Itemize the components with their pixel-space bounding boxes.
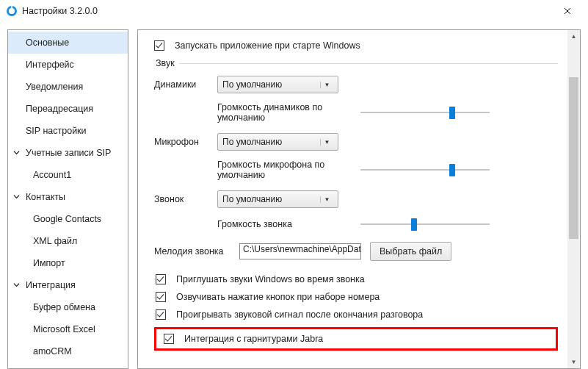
svg-point-1 — [9, 8, 15, 14]
tree-item-label: amoCRM — [29, 346, 72, 357]
chevron-down-icon[interactable] — [11, 149, 21, 157]
tree-item-label: Учетные записи SIP — [21, 148, 111, 158]
tree-item[interactable]: Учетные записи SIP — [8, 142, 128, 164]
tree-item[interactable]: Импорт — [8, 252, 128, 274]
speakers-label: Динамики — [154, 79, 213, 90]
app-icon — [6, 5, 18, 17]
end-call-checkbox[interactable] — [156, 309, 166, 320]
tree-item-label: Microsoft Excel — [29, 324, 95, 334]
tree-item[interactable]: Интеграция — [8, 274, 128, 296]
tree-item[interactable]: XML файл — [8, 230, 128, 252]
settings-tree[interactable]: ОсновныеИнтерфейсУведомленияПереадресаци… — [7, 29, 128, 369]
autostart-label: Запускать приложение при старте Windows — [175, 40, 360, 51]
close-button[interactable] — [553, 0, 582, 22]
tree-item-label: Буфер обмена — [29, 302, 95, 312]
chevron-down-icon: ▼ — [320, 196, 333, 203]
jabra-highlight: Интеграция с гарнитурами Jabra — [154, 327, 558, 351]
jabra-checkbox[interactable] — [164, 334, 174, 344]
autostart-checkbox[interactable] — [154, 40, 164, 51]
mic-volume-label: Громкость микрофона по умолчанию — [217, 160, 360, 180]
ring-label: Звонок — [154, 194, 213, 204]
dial-click-label: Озвучивать нажатие кнопок при наборе ном… — [176, 292, 380, 302]
chevron-down-icon: ▼ — [320, 82, 333, 88]
browse-button[interactable]: Выбрать файл — [370, 242, 451, 261]
mic-volume-slider[interactable] — [360, 162, 490, 177]
tree-item[interactable]: Account1 — [8, 164, 128, 186]
settings-main-panel: Запускать приложение при старте Windows … — [137, 29, 581, 369]
tree-item[interactable]: Интерфейс — [8, 54, 128, 76]
tree-item-label: Интеграция — [21, 280, 76, 290]
ring-select[interactable]: По умолчанию ▼ — [217, 190, 338, 208]
tree-item[interactable]: Контакты — [8, 186, 128, 208]
chevron-down-icon[interactable] — [11, 193, 21, 201]
sound-legend: Звук — [154, 58, 179, 68]
speakers-select[interactable]: По умолчанию ▼ — [217, 76, 338, 93]
melody-path-input[interactable]: C:\Users\newmachine\AppDat — [239, 243, 361, 259]
ring-volume-label: Громкость звонка — [217, 219, 360, 229]
tree-item-label: Интерфейс — [12, 60, 74, 70]
scroll-down-arrow[interactable]: ▼ — [567, 356, 580, 368]
svg-rect-2 — [11, 5, 12, 9]
tree-item-label: Account1 — [29, 170, 71, 180]
tree-item-label: Уведомления — [12, 82, 83, 92]
tree-item-label: XML файл — [29, 236, 77, 246]
mute-windows-label: Приглушать звуки Windows во время звонка — [176, 274, 365, 284]
jabra-label: Интеграция с гарнитурами Jabra — [184, 334, 323, 344]
dial-click-checkbox[interactable] — [156, 292, 166, 302]
scroll-up-arrow[interactable]: ▲ — [567, 30, 580, 43]
tree-item[interactable]: Microsoft Excel — [8, 318, 128, 340]
speakers-volume-label: Громкость динамиков по умолчанию — [217, 102, 360, 123]
tree-item-label: Импорт — [29, 258, 65, 268]
speakers-volume-slider[interactable] — [360, 105, 490, 120]
titlebar: Настройки 3.2.0.0 — [0, 0, 588, 22]
mute-windows-checkbox[interactable] — [156, 274, 166, 284]
tree-item[interactable]: Буфер обмена — [8, 296, 128, 318]
window-title: Настройки 3.2.0.0 — [22, 6, 553, 16]
chevron-down-icon[interactable] — [11, 282, 21, 290]
tree-item-label: Google Contacts — [29, 214, 101, 224]
sound-group: Звук Динамики По умолчанию ▼ Громкость д… — [154, 58, 558, 351]
tree-item[interactable]: Переадресация — [8, 98, 128, 120]
mic-label: Микрофон — [154, 137, 213, 147]
tree-item[interactable]: Уведомления — [8, 76, 128, 98]
tree-item[interactable]: amoCRM — [8, 340, 128, 362]
melody-label: Мелодия звонка — [154, 246, 235, 257]
tree-item-label: Контакты — [21, 192, 65, 202]
tree-item-label: Переадресация — [12, 104, 93, 114]
mic-select[interactable]: По умолчанию ▼ — [217, 133, 338, 151]
tree-item[interactable]: SIP настройки — [8, 120, 128, 142]
tree-item[interactable]: Google Contacts — [8, 208, 128, 230]
scrollbar[interactable]: ▲ ▼ — [567, 30, 580, 368]
tree-item-label: SIP настройки — [12, 126, 87, 136]
end-call-label: Проигрывать звуковой сигнал после оконча… — [176, 309, 423, 320]
ring-volume-slider[interactable] — [360, 217, 490, 232]
tree-item[interactable]: Основные — [8, 32, 128, 54]
tree-item-label: Основные — [12, 37, 69, 48]
chevron-down-icon: ▼ — [320, 139, 333, 146]
scroll-thumb[interactable] — [569, 77, 578, 239]
